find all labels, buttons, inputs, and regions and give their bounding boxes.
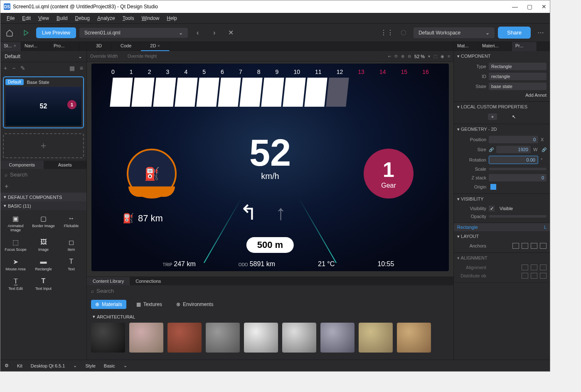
material-swatch[interactable]	[129, 323, 163, 353]
run-button[interactable]	[20, 27, 33, 38]
settings-gear-icon[interactable]: ⚙	[5, 363, 9, 368]
tab-material-browser[interactable]: Materi...	[479, 42, 512, 51]
nav-forward-button[interactable]: ›	[208, 27, 221, 38]
grid-view-icon[interactable]: ▦	[69, 65, 75, 71]
maximize-button[interactable]: ▢	[527, 3, 532, 10]
anchor-icon[interactable]	[522, 243, 528, 249]
tab-states[interactable]: St...×	[0, 42, 21, 51]
architectural-header[interactable]: ▾ARCHITECTURAL	[87, 312, 453, 321]
camera-icon[interactable]: ◉	[441, 54, 444, 59]
material-swatch[interactable]	[320, 323, 355, 353]
align-icon[interactable]	[540, 265, 547, 270]
list-view-icon[interactable]: ≡	[80, 65, 83, 71]
material-swatch[interactable]	[206, 323, 240, 353]
menu-help[interactable]: Help	[163, 14, 181, 23]
tab-content-library[interactable]: Content Library	[87, 277, 130, 285]
anchor-icon[interactable]	[540, 243, 547, 249]
file-selector[interactable]: Screen01.ui.qml ⌄	[79, 28, 188, 38]
anchor-icon[interactable]	[531, 243, 537, 249]
more-button[interactable]: ⋯	[534, 27, 547, 38]
prop-opacity[interactable]	[489, 215, 547, 218]
tab-properties[interactable]: Pr...	[512, 42, 537, 51]
prop-origin[interactable]	[490, 184, 496, 190]
share-button[interactable]: Share	[498, 27, 531, 39]
distribute-icon[interactable]	[522, 273, 528, 279]
state-selector[interactable]: Default ⌄	[0, 51, 86, 62]
nav-back-button[interactable]: ‹	[191, 27, 204, 38]
workspace-selector[interactable]: Default Workspace ⌄	[414, 27, 495, 38]
component-image[interactable]: 🖼Image	[30, 235, 57, 254]
prop-zstack[interactable]: 0	[489, 174, 547, 181]
minimize-button[interactable]: —	[512, 3, 518, 10]
add-icon[interactable]: +	[4, 65, 7, 71]
material-swatch[interactable]	[397, 323, 431, 353]
override-width-input[interactable]	[90, 54, 123, 59]
graph-icon[interactable]: ⋮⋮	[380, 27, 394, 38]
prop-position-x[interactable]: 0	[489, 136, 538, 143]
content-search-input[interactable]	[96, 288, 449, 294]
close-button[interactable]: ✕	[542, 3, 547, 10]
breadcrumb[interactable]: RectangleL	[454, 223, 550, 231]
prop-state[interactable]: base state	[489, 83, 547, 90]
component-text[interactable]: TText	[58, 255, 85, 274]
zoom-dropdown-icon[interactable]: ▾	[428, 54, 430, 59]
cat-environments[interactable]: ⊗Environments	[172, 300, 217, 309]
menu-tools[interactable]: Tools	[119, 14, 138, 23]
tab-materials-short[interactable]: Mat...	[454, 42, 479, 51]
align-icon[interactable]	[531, 265, 537, 270]
fit-icon[interactable]: ⬚	[433, 54, 437, 59]
prop-size-w[interactable]: 1920	[496, 146, 531, 153]
refresh-icon[interactable]: ⟳	[394, 54, 398, 59]
cat-textures[interactable]: ▦Textures	[132, 300, 166, 309]
snap-icon[interactable]: ▪▫	[388, 54, 391, 59]
component-rectangle[interactable]: ▬Rectangle	[30, 255, 57, 274]
component-text-edit[interactable]: T̲Text Edit	[2, 274, 29, 293]
tab-projects[interactable]: Pro...	[50, 42, 79, 51]
menu-analyze[interactable]: Analyze	[94, 14, 119, 23]
zoom-out-icon[interactable]: ⊖	[408, 54, 411, 59]
components-search-input[interactable]	[10, 172, 82, 178]
component-mouse-area[interactable]: ➤Mouse Area	[2, 255, 29, 274]
zoom-in-icon[interactable]: ⊕	[401, 54, 404, 59]
kit-selector[interactable]: Desktop Qt 6.5.1⌄	[31, 363, 77, 368]
tab-2d[interactable]: 2D ×	[141, 42, 170, 51]
nav-close-button[interactable]: ✕	[224, 27, 238, 38]
tab-navigator[interactable]: Navi...	[21, 42, 50, 51]
anchor-icon[interactable]	[512, 243, 519, 249]
cat-materials[interactable]: ⊕Materials	[91, 300, 126, 309]
warning-icon[interactable]: ⬡	[397, 27, 410, 38]
add-annotation-button[interactable]: Add Annot	[525, 93, 547, 98]
material-swatch[interactable]	[282, 323, 316, 353]
add-property-button[interactable]: +	[488, 113, 497, 120]
material-swatch[interactable]	[359, 323, 393, 353]
component-item[interactable]: ◻Item	[58, 235, 85, 254]
canvas-2d[interactable]: 012345678910111213141516 ⛽ 52 km/h	[87, 62, 453, 277]
add-state-button[interactable]: +	[3, 133, 84, 158]
style-selector[interactable]: Basic⌄	[104, 363, 127, 368]
component-text-input[interactable]: TText Input	[30, 274, 57, 293]
prop-rotation[interactable]: 0.00	[489, 156, 538, 164]
tab-connections[interactable]: Connections	[130, 277, 167, 285]
prop-type[interactable]: Rectangle	[489, 63, 547, 70]
menu-window[interactable]: Window	[138, 14, 163, 23]
default-components-header[interactable]: ▾DEFAULT COMPONENTS	[0, 193, 86, 201]
menu-build[interactable]: Build	[53, 14, 71, 23]
tab-3d[interactable]: 3D	[87, 42, 111, 51]
material-swatch[interactable]	[244, 323, 278, 353]
material-swatch[interactable]	[167, 323, 202, 353]
prop-id[interactable]: rectangle	[489, 73, 547, 80]
settings-icon[interactable]: ≡	[448, 54, 450, 59]
tab-components[interactable]: Components	[0, 161, 44, 169]
home-button[interactable]	[3, 27, 16, 38]
distribute-icon[interactable]	[540, 273, 547, 279]
visibility-checkbox[interactable]: ✓	[489, 206, 495, 211]
component-border-image[interactable]: ▢Border Image	[30, 212, 57, 235]
add-component-icon[interactable]: +	[5, 183, 8, 190]
component-flickable[interactable]: ↔Flickable	[58, 212, 85, 235]
state-thumbnail-default[interactable]: Default Base State 52 1	[3, 76, 84, 128]
live-preview-button[interactable]: Live Preview	[36, 27, 76, 38]
align-icon[interactable]	[522, 265, 528, 270]
tab-code[interactable]: Code	[111, 42, 141, 51]
distribute-icon[interactable]	[531, 273, 537, 279]
edit-icon[interactable]: ✎	[20, 65, 25, 71]
